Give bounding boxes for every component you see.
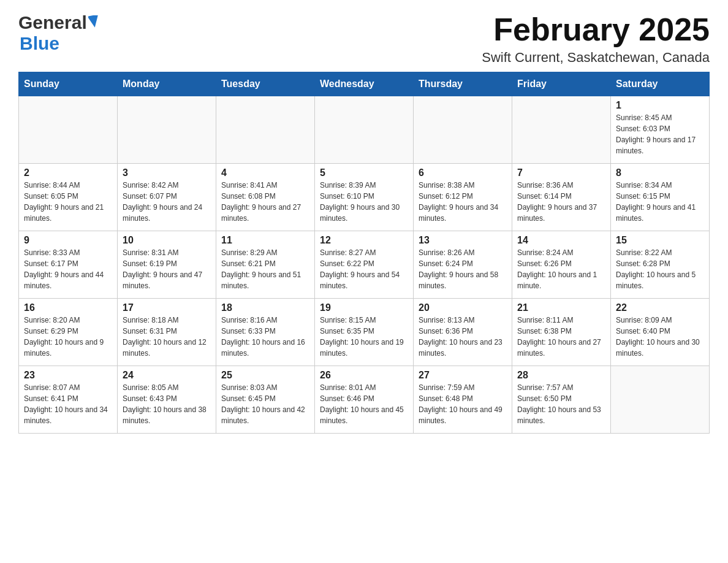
logo-arrow-icon [88, 15, 99, 30]
calendar-week-row: 23Sunrise: 8:07 AM Sunset: 6:41 PM Dayli… [19, 366, 710, 434]
day-info: Sunrise: 8:31 AM Sunset: 6:19 PM Dayligh… [123, 247, 211, 291]
weekday-header-thursday: Thursday [414, 72, 512, 96]
calendar-cell [19, 96, 118, 164]
day-info: Sunrise: 8:22 AM Sunset: 6:28 PM Dayligh… [616, 247, 704, 291]
calendar-cell: 16Sunrise: 8:20 AM Sunset: 6:29 PM Dayli… [19, 299, 118, 366]
day-number: 7 [517, 167, 605, 178]
day-number: 20 [419, 302, 507, 313]
day-number: 14 [517, 235, 605, 246]
day-number: 3 [123, 167, 211, 178]
day-info: Sunrise: 8:42 AM Sunset: 6:07 PM Dayligh… [123, 180, 211, 224]
page-header: General Blue February 2025 Swift Current… [18, 12, 710, 66]
day-info: Sunrise: 8:13 AM Sunset: 6:36 PM Dayligh… [419, 315, 507, 359]
calendar-cell: 28Sunrise: 7:57 AM Sunset: 6:50 PM Dayli… [512, 366, 611, 434]
day-info: Sunrise: 8:01 AM Sunset: 6:46 PM Dayligh… [320, 382, 408, 426]
calendar-cell: 4Sunrise: 8:41 AM Sunset: 6:08 PM Daylig… [216, 164, 315, 231]
calendar-cell [611, 366, 710, 434]
calendar-header-row: SundayMondayTuesdayWednesdayThursdayFrid… [19, 72, 710, 96]
calendar-cell: 7Sunrise: 8:36 AM Sunset: 6:14 PM Daylig… [512, 164, 611, 231]
calendar-cell: 17Sunrise: 8:18 AM Sunset: 6:31 PM Dayli… [118, 299, 216, 366]
calendar-cell: 5Sunrise: 8:39 AM Sunset: 6:10 PM Daylig… [315, 164, 414, 231]
day-number: 10 [123, 235, 211, 246]
weekday-header-friday: Friday [512, 72, 611, 96]
day-info: Sunrise: 8:39 AM Sunset: 6:10 PM Dayligh… [320, 180, 408, 224]
calendar-cell: 19Sunrise: 8:15 AM Sunset: 6:35 PM Dayli… [315, 299, 414, 366]
day-info: Sunrise: 8:36 AM Sunset: 6:14 PM Dayligh… [517, 180, 605, 224]
day-number: 11 [221, 235, 309, 246]
weekday-header-monday: Monday [118, 72, 216, 96]
weekday-header-saturday: Saturday [611, 72, 710, 96]
calendar-table: SundayMondayTuesdayWednesdayThursdayFrid… [18, 72, 710, 434]
day-number: 17 [123, 302, 211, 313]
day-number: 16 [24, 302, 112, 313]
day-number: 27 [419, 370, 507, 381]
day-number: 9 [24, 235, 112, 246]
day-info: Sunrise: 8:18 AM Sunset: 6:31 PM Dayligh… [123, 315, 211, 359]
calendar-cell: 18Sunrise: 8:16 AM Sunset: 6:33 PM Dayli… [216, 299, 315, 366]
calendar-cell [512, 96, 611, 164]
calendar-cell: 10Sunrise: 8:31 AM Sunset: 6:19 PM Dayli… [118, 231, 216, 299]
day-number: 13 [419, 235, 507, 246]
calendar-cell: 3Sunrise: 8:42 AM Sunset: 6:07 PM Daylig… [118, 164, 216, 231]
logo: General Blue [18, 12, 99, 54]
day-info: Sunrise: 8:26 AM Sunset: 6:24 PM Dayligh… [419, 247, 507, 291]
calendar-cell [414, 96, 512, 164]
day-info: Sunrise: 8:34 AM Sunset: 6:15 PM Dayligh… [616, 180, 704, 224]
weekday-header-wednesday: Wednesday [315, 72, 414, 96]
calendar-cell: 8Sunrise: 8:34 AM Sunset: 6:15 PM Daylig… [611, 164, 710, 231]
svg-marker-0 [88, 15, 99, 28]
calendar-cell [118, 96, 216, 164]
day-info: Sunrise: 8:05 AM Sunset: 6:43 PM Dayligh… [123, 382, 211, 426]
calendar-cell: 1Sunrise: 8:45 AM Sunset: 6:03 PM Daylig… [611, 96, 710, 164]
logo-blue-text: Blue [20, 33, 59, 53]
day-info: Sunrise: 8:09 AM Sunset: 6:40 PM Dayligh… [616, 315, 704, 359]
calendar-cell [315, 96, 414, 164]
day-info: Sunrise: 8:16 AM Sunset: 6:33 PM Dayligh… [221, 315, 309, 359]
day-number: 24 [123, 370, 211, 381]
day-number: 8 [616, 167, 704, 178]
day-info: Sunrise: 8:33 AM Sunset: 6:17 PM Dayligh… [24, 247, 112, 291]
calendar-cell: 2Sunrise: 8:44 AM Sunset: 6:05 PM Daylig… [19, 164, 118, 231]
day-number: 19 [320, 302, 408, 313]
calendar-cell: 12Sunrise: 8:27 AM Sunset: 6:22 PM Dayli… [315, 231, 414, 299]
calendar-week-row: 1Sunrise: 8:45 AM Sunset: 6:03 PM Daylig… [19, 96, 710, 164]
weekday-header-tuesday: Tuesday [216, 72, 315, 96]
day-info: Sunrise: 7:59 AM Sunset: 6:48 PM Dayligh… [419, 382, 507, 426]
day-info: Sunrise: 8:45 AM Sunset: 6:03 PM Dayligh… [616, 112, 704, 156]
calendar-cell: 15Sunrise: 8:22 AM Sunset: 6:28 PM Dayli… [611, 231, 710, 299]
calendar-week-row: 9Sunrise: 8:33 AM Sunset: 6:17 PM Daylig… [19, 231, 710, 299]
day-number: 6 [419, 167, 507, 178]
calendar-cell: 25Sunrise: 8:03 AM Sunset: 6:45 PM Dayli… [216, 366, 315, 434]
day-number: 23 [24, 370, 112, 381]
calendar-cell: 23Sunrise: 8:07 AM Sunset: 6:41 PM Dayli… [19, 366, 118, 434]
calendar-cell [216, 96, 315, 164]
calendar-cell: 22Sunrise: 8:09 AM Sunset: 6:40 PM Dayli… [611, 299, 710, 366]
day-number: 28 [517, 370, 605, 381]
logo-general-text: General [18, 12, 87, 33]
calendar-cell: 26Sunrise: 8:01 AM Sunset: 6:46 PM Dayli… [315, 366, 414, 434]
title-block: February 2025 Swift Current, Saskatchewa… [482, 12, 710, 66]
calendar-cell: 20Sunrise: 8:13 AM Sunset: 6:36 PM Dayli… [414, 299, 512, 366]
day-info: Sunrise: 8:29 AM Sunset: 6:21 PM Dayligh… [221, 247, 309, 291]
day-info: Sunrise: 8:44 AM Sunset: 6:05 PM Dayligh… [24, 180, 112, 224]
day-info: Sunrise: 8:27 AM Sunset: 6:22 PM Dayligh… [320, 247, 408, 291]
day-number: 2 [24, 167, 112, 178]
day-number: 25 [221, 370, 309, 381]
calendar-cell: 21Sunrise: 8:11 AM Sunset: 6:38 PM Dayli… [512, 299, 611, 366]
calendar-cell: 13Sunrise: 8:26 AM Sunset: 6:24 PM Dayli… [414, 231, 512, 299]
day-info: Sunrise: 8:03 AM Sunset: 6:45 PM Dayligh… [221, 382, 309, 426]
calendar-week-row: 16Sunrise: 8:20 AM Sunset: 6:29 PM Dayli… [19, 299, 710, 366]
day-info: Sunrise: 8:11 AM Sunset: 6:38 PM Dayligh… [517, 315, 605, 359]
day-info: Sunrise: 8:20 AM Sunset: 6:29 PM Dayligh… [24, 315, 112, 359]
calendar-cell: 9Sunrise: 8:33 AM Sunset: 6:17 PM Daylig… [19, 231, 118, 299]
day-number: 5 [320, 167, 408, 178]
day-number: 15 [616, 235, 704, 246]
day-number: 18 [221, 302, 309, 313]
calendar-cell: 27Sunrise: 7:59 AM Sunset: 6:48 PM Dayli… [414, 366, 512, 434]
calendar-cell: 6Sunrise: 8:38 AM Sunset: 6:12 PM Daylig… [414, 164, 512, 231]
calendar-cell: 24Sunrise: 8:05 AM Sunset: 6:43 PM Dayli… [118, 366, 216, 434]
day-info: Sunrise: 8:24 AM Sunset: 6:26 PM Dayligh… [517, 247, 605, 291]
day-number: 26 [320, 370, 408, 381]
calendar-cell: 11Sunrise: 8:29 AM Sunset: 6:21 PM Dayli… [216, 231, 315, 299]
day-info: Sunrise: 7:57 AM Sunset: 6:50 PM Dayligh… [517, 382, 605, 426]
